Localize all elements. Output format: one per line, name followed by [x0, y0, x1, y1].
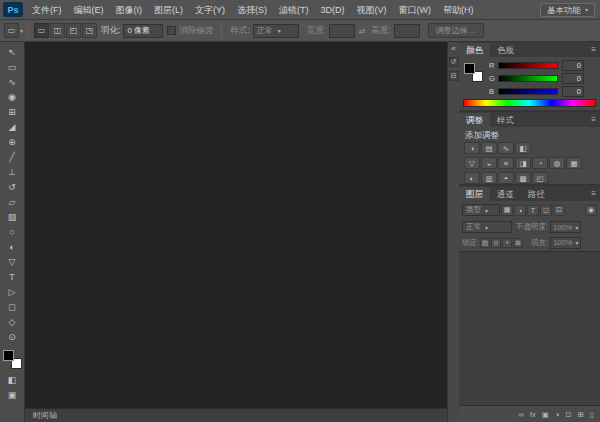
color-lookup-icon[interactable]: ▦: [566, 157, 582, 169]
marquee-tool[interactable]: ▭: [2, 60, 23, 75]
invert-icon[interactable]: ◐: [464, 172, 480, 184]
tab-color[interactable]: 颜色: [459, 43, 490, 57]
delete-layer-icon[interactable]: ▯: [590, 410, 594, 419]
menu-item-window[interactable]: 窗口(W): [393, 0, 438, 20]
dodge-tool[interactable]: ◐: [2, 240, 23, 255]
panel-menu-icon[interactable]: ≡: [591, 43, 600, 57]
panel-menu-icon[interactable]: ≡: [591, 187, 600, 201]
levels-icon[interactable]: ▤: [481, 142, 497, 154]
height-input[interactable]: [394, 24, 420, 38]
blur-tool[interactable]: ○: [2, 225, 23, 240]
color-spectrum-ramp[interactable]: [463, 99, 596, 107]
style-dropdown[interactable]: 正常 ▾: [253, 24, 299, 38]
green-slider[interactable]: [498, 75, 558, 82]
vibrance-icon[interactable]: ▽: [464, 157, 480, 169]
move-tool[interactable]: ↖: [2, 45, 23, 60]
crop-tool[interactable]: ⊞: [2, 105, 23, 120]
new-adjustment-layer-icon[interactable]: ◑: [555, 410, 560, 419]
filter-adjustment-layers-icon[interactable]: ◑: [514, 205, 526, 216]
timeline-panel-collapsed[interactable]: 时间轴: [25, 408, 447, 422]
subtract-selection-icon[interactable]: ◰: [66, 23, 81, 38]
zoom-tool[interactable]: ⊙: [2, 330, 23, 345]
menu-item-filter[interactable]: 滤镜(T): [273, 0, 315, 20]
hue-saturation-icon[interactable]: ◒: [481, 157, 497, 169]
history-brush-tool[interactable]: ↺: [2, 180, 23, 195]
threshold-icon[interactable]: ◓: [498, 172, 514, 184]
layer-effects-icon[interactable]: fx: [530, 410, 536, 419]
shape-tool[interactable]: ◻: [2, 300, 23, 315]
color-balance-icon[interactable]: ≡: [498, 157, 514, 169]
healing-brush-tool[interactable]: ⊕: [2, 135, 23, 150]
swap-width-height-icon[interactable]: ⇄: [358, 26, 365, 36]
add-layer-mask-icon[interactable]: ▣: [542, 410, 549, 419]
gradient-tool[interactable]: ▨: [2, 210, 23, 225]
lock-transparent-pixels-icon[interactable]: ▨: [480, 238, 490, 248]
filter-shape-layers-icon[interactable]: ◻: [540, 205, 552, 216]
menu-item-view[interactable]: 视图(V): [351, 0, 393, 20]
opacity-input[interactable]: 100% ▾: [550, 221, 581, 233]
menu-item-layer[interactable]: 图层(L): [148, 0, 189, 20]
filter-pixel-layers-icon[interactable]: ▦: [501, 205, 513, 216]
menu-item-image[interactable]: 图像(I): [110, 0, 149, 20]
lock-image-pixels-icon[interactable]: ⊙: [491, 238, 501, 248]
layer-filter-toggle-icon[interactable]: ◉: [585, 205, 597, 216]
path-selection-tool[interactable]: ▷: [2, 285, 23, 300]
expand-dock-icon[interactable]: «: [451, 44, 455, 53]
quick-mask-button[interactable]: ◧: [2, 373, 23, 388]
eyedropper-tool[interactable]: ◢: [2, 120, 23, 135]
quick-selection-tool[interactable]: ◉: [2, 90, 23, 105]
posterize-icon[interactable]: ▥: [481, 172, 497, 184]
history-panel-icon[interactable]: ↺: [449, 57, 459, 67]
new-layer-icon[interactable]: ⊞: [578, 410, 584, 419]
intersect-selection-icon[interactable]: ◳: [82, 23, 97, 38]
brightness-contrast-icon[interactable]: ◑: [464, 142, 480, 154]
layer-list[interactable]: [459, 251, 600, 406]
black-white-icon[interactable]: ◨: [515, 157, 531, 169]
new-selection-icon[interactable]: ▭: [34, 23, 49, 38]
eraser-tool[interactable]: ▱: [2, 195, 23, 210]
width-input[interactable]: [329, 24, 355, 38]
photo-filter-icon[interactable]: ◔: [532, 157, 548, 169]
menu-item-edit[interactable]: 编辑(E): [68, 0, 110, 20]
filter-type-layers-icon[interactable]: T: [527, 205, 539, 216]
tab-layers[interactable]: 图层: [459, 187, 490, 201]
channel-mixer-icon[interactable]: ◍: [549, 157, 565, 169]
clone-stamp-tool[interactable]: ⊥: [2, 165, 23, 180]
refine-edge-button[interactable]: 调整边缘…: [428, 23, 484, 38]
curves-icon[interactable]: ∿: [498, 142, 514, 154]
red-value-input[interactable]: 0: [562, 60, 584, 71]
foreground-color-swatch[interactable]: [3, 350, 14, 361]
tab-channels[interactable]: 通道: [490, 187, 521, 201]
type-tool[interactable]: T: [2, 270, 23, 285]
exposure-icon[interactable]: ◧: [515, 142, 531, 154]
new-group-icon[interactable]: ⊡: [565, 410, 571, 419]
layer-filter-dropdown[interactable]: 类型 ▾: [462, 204, 500, 216]
menu-item-3d[interactable]: 3D(D): [315, 0, 351, 20]
lock-all-icon[interactable]: ⊠: [513, 238, 523, 248]
menu-item-file[interactable]: 文件(F): [26, 0, 68, 20]
properties-panel-icon[interactable]: ⊟: [449, 71, 459, 81]
menu-item-help[interactable]: 帮助(H): [437, 0, 480, 20]
tool-preset-picker[interactable]: ▭: [4, 23, 19, 38]
tab-swatches[interactable]: 色板: [490, 43, 521, 57]
gradient-map-icon[interactable]: ▩: [515, 172, 531, 184]
tab-paths[interactable]: 路径: [521, 187, 552, 201]
add-selection-icon[interactable]: ◫: [50, 23, 65, 38]
link-layers-icon[interactable]: ∞: [518, 410, 523, 419]
filter-smart-objects-icon[interactable]: ⊡: [553, 205, 565, 216]
blend-mode-dropdown[interactable]: 正常 ▾: [462, 221, 512, 233]
hand-tool[interactable]: ◇: [2, 315, 23, 330]
lock-position-icon[interactable]: +: [502, 238, 512, 248]
green-value-input[interactable]: 0: [562, 73, 584, 84]
foreground-color-swatch[interactable]: [464, 63, 475, 74]
tab-styles[interactable]: 样式: [490, 113, 521, 127]
menu-item-type[interactable]: 文字(Y): [189, 0, 231, 20]
blue-slider[interactable]: [498, 88, 558, 95]
red-slider[interactable]: [498, 62, 558, 69]
blue-value-input[interactable]: 0: [562, 86, 584, 97]
workspace-switcher-button[interactable]: 基本功能 ▾: [540, 3, 595, 17]
panel-menu-icon[interactable]: ≡: [591, 113, 600, 127]
tab-adjustments[interactable]: 调整: [459, 113, 490, 127]
canvas-area[interactable]: [25, 42, 447, 408]
fill-input[interactable]: 100% ▾: [550, 237, 581, 249]
